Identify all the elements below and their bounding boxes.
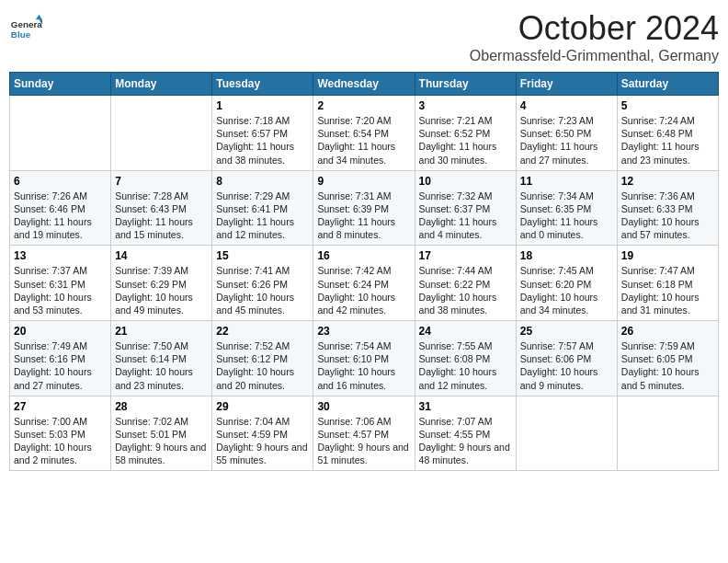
day-number: 10 — [419, 175, 512, 188]
day-number: 18 — [520, 249, 613, 262]
day-info: Sunrise: 7:41 AMSunset: 6:26 PMDaylight:… — [216, 264, 309, 316]
calendar-cell: 2Sunrise: 7:20 AMSunset: 6:54 PMDaylight… — [313, 96, 415, 171]
weekday-header-friday: Friday — [516, 73, 617, 96]
day-number: 17 — [419, 249, 512, 262]
weekday-header-sunday: Sunday — [10, 73, 111, 96]
day-number: 23 — [317, 325, 410, 338]
logo-icon: General Blue — [9, 13, 42, 46]
day-info: Sunrise: 7:52 AMSunset: 6:12 PMDaylight:… — [216, 339, 309, 392]
day-info: Sunrise: 7:42 AMSunset: 6:24 PMDaylight:… — [317, 264, 410, 316]
day-number: 15 — [216, 249, 309, 262]
day-info: Sunrise: 7:57 AMSunset: 6:06 PMDaylight:… — [520, 339, 613, 392]
calendar-cell: 11Sunrise: 7:34 AMSunset: 6:35 PMDayligh… — [516, 170, 617, 246]
svg-text:Blue: Blue — [11, 29, 31, 40]
day-number: 11 — [520, 175, 613, 188]
day-number: 30 — [317, 400, 410, 413]
weekday-header-tuesday: Tuesday — [212, 73, 313, 96]
day-number: 31 — [419, 400, 512, 413]
day-info: Sunrise: 7:00 AMSunset: 5:03 PMDaylight:… — [14, 415, 107, 467]
calendar-cell: 12Sunrise: 7:36 AMSunset: 6:33 PMDayligh… — [617, 170, 718, 246]
calendar-cell: 1Sunrise: 7:18 AMSunset: 6:57 PMDaylight… — [212, 96, 313, 171]
day-info: Sunrise: 7:24 AMSunset: 6:48 PMDaylight:… — [621, 114, 714, 167]
calendar-cell — [111, 96, 212, 171]
calendar-cell: 19Sunrise: 7:47 AMSunset: 6:18 PMDayligh… — [617, 246, 718, 321]
calendar-cell: 29Sunrise: 7:04 AMSunset: 4:59 PMDayligh… — [212, 396, 313, 471]
day-info: Sunrise: 7:20 AMSunset: 6:54 PMDaylight:… — [317, 114, 410, 167]
day-info: Sunrise: 7:34 AMSunset: 6:35 PMDaylight:… — [520, 190, 613, 242]
day-number: 14 — [115, 249, 208, 262]
location-title: Obermassfeld-Grimmenthal, Germany — [470, 48, 719, 64]
day-info: Sunrise: 7:39 AMSunset: 6:29 PMDaylight:… — [115, 264, 208, 316]
calendar-cell: 14Sunrise: 7:39 AMSunset: 6:29 PMDayligh… — [111, 246, 212, 321]
calendar-cell: 27Sunrise: 7:00 AMSunset: 5:03 PMDayligh… — [10, 396, 111, 471]
day-info: Sunrise: 7:26 AMSunset: 6:46 PMDaylight:… — [14, 190, 107, 242]
calendar-cell: 28Sunrise: 7:02 AMSunset: 5:01 PMDayligh… — [111, 396, 212, 471]
day-number: 5 — [621, 99, 714, 112]
calendar-cell: 5Sunrise: 7:24 AMSunset: 6:48 PMDaylight… — [617, 96, 718, 171]
svg-text:General: General — [11, 19, 42, 29]
weekday-header-thursday: Thursday — [415, 73, 516, 96]
day-number: 22 — [216, 325, 309, 338]
day-info: Sunrise: 7:45 AMSunset: 6:20 PMDaylight:… — [520, 264, 613, 316]
calendar-table: SundayMondayTuesdayWednesdayThursdayFrid… — [9, 72, 719, 471]
day-number: 4 — [520, 99, 613, 112]
weekday-header-row: SundayMondayTuesdayWednesdayThursdayFrid… — [10, 73, 719, 96]
calendar-cell — [617, 396, 718, 471]
day-number: 28 — [115, 400, 208, 413]
calendar-week-row: 6Sunrise: 7:26 AMSunset: 6:46 PMDaylight… — [10, 170, 719, 246]
day-number: 1 — [216, 99, 309, 112]
day-number: 26 — [621, 325, 714, 338]
day-info: Sunrise: 7:23 AMSunset: 6:50 PMDaylight:… — [520, 114, 613, 167]
calendar-week-row: 1Sunrise: 7:18 AMSunset: 6:57 PMDaylight… — [10, 96, 719, 171]
day-number: 21 — [115, 325, 208, 338]
day-number: 19 — [621, 249, 714, 262]
day-info: Sunrise: 7:44 AMSunset: 6:22 PMDaylight:… — [419, 264, 512, 316]
calendar-cell: 26Sunrise: 7:59 AMSunset: 6:05 PMDayligh… — [617, 321, 718, 396]
calendar-cell: 15Sunrise: 7:41 AMSunset: 6:26 PMDayligh… — [212, 246, 313, 321]
calendar-cell: 22Sunrise: 7:52 AMSunset: 6:12 PMDayligh… — [212, 321, 313, 396]
day-number: 2 — [317, 99, 410, 112]
calendar-cell: 13Sunrise: 7:37 AMSunset: 6:31 PMDayligh… — [10, 246, 111, 321]
day-info: Sunrise: 7:29 AMSunset: 6:41 PMDaylight:… — [216, 190, 309, 242]
calendar-cell: 23Sunrise: 7:54 AMSunset: 6:10 PMDayligh… — [313, 321, 415, 396]
day-info: Sunrise: 7:04 AMSunset: 4:59 PMDaylight:… — [216, 415, 309, 467]
month-title: October 2024 — [470, 9, 719, 48]
day-info: Sunrise: 7:47 AMSunset: 6:18 PMDaylight:… — [621, 264, 714, 316]
calendar-cell: 30Sunrise: 7:06 AMSunset: 4:57 PMDayligh… — [313, 396, 415, 471]
day-info: Sunrise: 7:02 AMSunset: 5:01 PMDaylight:… — [115, 415, 208, 467]
day-info: Sunrise: 7:31 AMSunset: 6:39 PMDaylight:… — [317, 190, 410, 242]
calendar-cell: 4Sunrise: 7:23 AMSunset: 6:50 PMDaylight… — [516, 96, 617, 171]
day-number: 20 — [14, 325, 107, 338]
day-info: Sunrise: 7:18 AMSunset: 6:57 PMDaylight:… — [216, 114, 309, 167]
calendar-cell: 20Sunrise: 7:49 AMSunset: 6:16 PMDayligh… — [10, 321, 111, 396]
day-number: 16 — [317, 249, 410, 262]
day-info: Sunrise: 7:49 AMSunset: 6:16 PMDaylight:… — [14, 339, 107, 392]
day-info: Sunrise: 7:55 AMSunset: 6:08 PMDaylight:… — [419, 339, 512, 392]
calendar-cell: 3Sunrise: 7:21 AMSunset: 6:52 PMDaylight… — [415, 96, 516, 171]
day-number: 25 — [520, 325, 613, 338]
day-info: Sunrise: 7:36 AMSunset: 6:33 PMDaylight:… — [621, 190, 714, 242]
calendar-cell: 25Sunrise: 7:57 AMSunset: 6:06 PMDayligh… — [516, 321, 617, 396]
calendar-cell: 24Sunrise: 7:55 AMSunset: 6:08 PMDayligh… — [415, 321, 516, 396]
weekday-header-monday: Monday — [111, 73, 212, 96]
calendar-week-row: 13Sunrise: 7:37 AMSunset: 6:31 PMDayligh… — [10, 246, 719, 321]
day-info: Sunrise: 7:37 AMSunset: 6:31 PMDaylight:… — [14, 264, 107, 316]
day-info: Sunrise: 7:07 AMSunset: 4:55 PMDaylight:… — [419, 415, 512, 467]
calendar-cell: 8Sunrise: 7:29 AMSunset: 6:41 PMDaylight… — [212, 170, 313, 246]
calendar-cell: 10Sunrise: 7:32 AMSunset: 6:37 PMDayligh… — [415, 170, 516, 246]
day-number: 29 — [216, 400, 309, 413]
day-number: 24 — [419, 325, 512, 338]
page-header: General Blue October 2024 Obermassfeld-G… — [9, 9, 719, 64]
title-block: October 2024 Obermassfeld-Grimmenthal, G… — [470, 9, 719, 64]
calendar-cell: 7Sunrise: 7:28 AMSunset: 6:43 PMDaylight… — [111, 170, 212, 246]
day-number: 27 — [14, 400, 107, 413]
day-info: Sunrise: 7:59 AMSunset: 6:05 PMDaylight:… — [621, 339, 714, 392]
day-info: Sunrise: 7:06 AMSunset: 4:57 PMDaylight:… — [317, 415, 410, 467]
day-number: 9 — [317, 175, 410, 188]
calendar-cell: 31Sunrise: 7:07 AMSunset: 4:55 PMDayligh… — [415, 396, 516, 471]
day-number: 12 — [621, 175, 714, 188]
calendar-cell: 21Sunrise: 7:50 AMSunset: 6:14 PMDayligh… — [111, 321, 212, 396]
day-number: 13 — [14, 249, 107, 262]
calendar-cell — [10, 96, 111, 171]
calendar-cell: 17Sunrise: 7:44 AMSunset: 6:22 PMDayligh… — [415, 246, 516, 321]
